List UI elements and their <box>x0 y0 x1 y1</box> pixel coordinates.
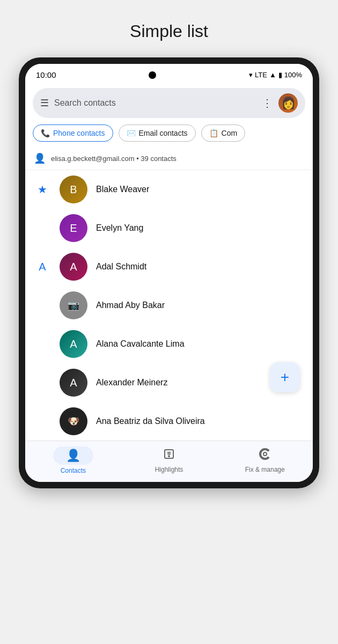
phone-chip-icon: 📞 <box>41 129 50 137</box>
signal-icon: ▲ <box>269 71 276 79</box>
contact-name: Blake Weaver <box>96 185 149 194</box>
fix-manage-nav-label: Fix & manage <box>245 466 285 473</box>
star-section-icon: ★ <box>34 183 51 196</box>
svg-point-3 <box>168 456 170 457</box>
svg-point-4 <box>263 452 267 456</box>
highlights-nav-label: Highlights <box>155 466 183 473</box>
contact-row[interactable]: A Alana Cavalcante Lima <box>25 325 313 363</box>
nav-contacts[interactable]: 👤 Contacts <box>25 447 121 474</box>
avatar: A <box>60 369 87 397</box>
avatar-image: 👩 <box>281 96 296 110</box>
highlights-nav-icon <box>163 448 175 464</box>
fix-manage-nav-icon <box>259 448 271 464</box>
avatar: A <box>60 330 87 358</box>
phone-frame: 10:00 ▾ LTE ▲ ▮ 100% ☰ Search contacts ⋮… <box>19 57 319 488</box>
page-title: Simple list <box>130 21 208 41</box>
com-chip-label: Com <box>222 129 238 137</box>
contact-name: Alexander Meinerz <box>96 378 167 387</box>
email-chip-label: Email contacts <box>139 129 188 137</box>
nav-highlights[interactable]: Highlights <box>121 448 217 473</box>
bottom-nav: 👤 Contacts Highlights <box>25 441 313 482</box>
com-chip-icon: 📋 <box>209 129 218 137</box>
avatar: E <box>60 214 87 242</box>
account-email: elisa.g.beckett@gmail.com • 39 contacts <box>51 155 177 163</box>
status-bar: 10:00 ▾ LTE ▲ ▮ 100% <box>25 64 313 84</box>
contacts-nav-icon: 👤 <box>66 449 80 462</box>
camera-dot <box>149 71 156 79</box>
contact-row[interactable]: A A Adal Schmidt <box>25 247 313 286</box>
phone-chip-label: Phone contacts <box>53 129 105 137</box>
avatar: 📷 <box>60 291 87 319</box>
contact-row[interactable]: 🐶 Ana Beatriz da Silva Oliveira <box>25 402 313 441</box>
search-bar[interactable]: ☰ Search contacts ⋮ 👩 <box>33 88 305 118</box>
account-icon: 👤 <box>34 152 46 164</box>
contact-name: Evelyn Yang <box>96 223 143 233</box>
contacts-nav-label: Contacts <box>61 467 86 474</box>
contact-name: Alana Cavalcante Lima <box>96 339 185 349</box>
fab-add-button[interactable]: + <box>270 362 300 392</box>
user-avatar[interactable]: 👩 <box>278 93 298 113</box>
nav-active-bg: 👤 <box>53 447 93 465</box>
battery-label: 100% <box>284 71 302 79</box>
email-chip-icon: ✉️ <box>127 129 136 137</box>
filter-chips: 📞 Phone contacts ✉️ Email contacts 📋 Com <box>25 125 313 148</box>
phone-screen: 10:00 ▾ LTE ▲ ▮ 100% ☰ Search contacts ⋮… <box>25 64 313 482</box>
contact-name: Ahmad Aby Bakar <box>96 301 165 310</box>
menu-icon[interactable]: ☰ <box>40 97 49 109</box>
chip-com[interactable]: 📋 Com <box>201 125 246 142</box>
plus-icon: + <box>281 369 289 386</box>
battery-icon: ▮ <box>278 71 282 79</box>
a-section-letter: A <box>34 261 51 273</box>
avatar: 🐶 <box>60 407 87 435</box>
status-icons: ▾ LTE ▲ ▮ 100% <box>249 71 302 79</box>
more-options-icon[interactable]: ⋮ <box>262 97 273 109</box>
nav-fix-manage[interactable]: Fix & manage <box>217 448 313 473</box>
contact-name: Ana Beatriz da Silva Oliveira <box>96 416 205 426</box>
network-label: LTE <box>255 71 267 79</box>
account-info: 👤 elisa.g.beckett@gmail.com • 39 contact… <box>25 148 313 170</box>
status-time: 10:00 <box>36 70 56 79</box>
contact-row[interactable]: E Evelyn Yang <box>25 209 313 247</box>
contact-list: ★ B Blake Weaver E Evelyn Yang A A Adal … <box>25 170 313 441</box>
chip-email-contacts[interactable]: ✉️ Email contacts <box>119 125 196 142</box>
avatar: A <box>60 253 87 281</box>
contact-row[interactable]: 📷 Ahmad Aby Bakar <box>25 286 313 325</box>
avatar: B <box>60 175 87 203</box>
chip-phone-contacts[interactable]: 📞 Phone contacts <box>33 125 113 142</box>
contact-row[interactable]: ★ B Blake Weaver <box>25 170 313 209</box>
search-placeholder: Search contacts <box>54 98 256 108</box>
contact-name: Adal Schmidt <box>96 262 146 272</box>
wifi-icon: ▾ <box>249 71 253 79</box>
